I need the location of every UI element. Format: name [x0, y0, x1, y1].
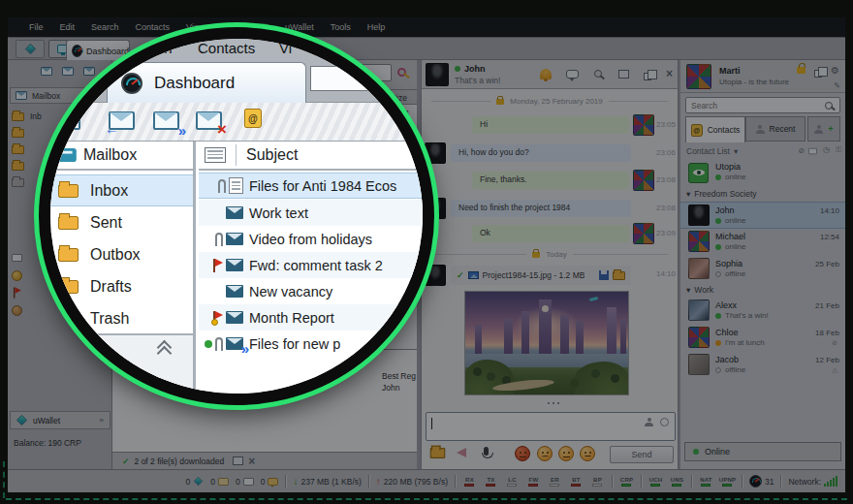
contact-row-sophia[interactable]: Sophia offline 25 Feb — [680, 256, 845, 283]
chat-message-outgoing: Hi — [472, 116, 629, 134]
attach-file-icon[interactable] — [430, 448, 446, 458]
contact-row-jacob[interactable]: Jacob offline 12 Feb △ — [680, 352, 845, 379]
contact-name: Sophia — [715, 259, 742, 268]
forward-mail-icon[interactable] — [83, 67, 95, 76]
menu-help[interactable]: Help — [367, 22, 386, 32]
conversation-icon[interactable] — [566, 70, 579, 79]
broadcast-icon[interactable] — [457, 448, 466, 457]
send-button[interactable]: Send — [610, 446, 674, 463]
counter-chat: 0 — [261, 477, 279, 487]
group-work[interactable]: ▾ Work — [686, 285, 713, 295]
emoji-happy[interactable] — [580, 446, 595, 461]
menu-edit[interactable]: Edit — [60, 22, 76, 32]
lock-icon[interactable] — [797, 67, 806, 74]
tab-contacts[interactable]: @ Contacts — [685, 116, 745, 142]
my-status-selector[interactable]: Online — [684, 442, 841, 461]
delete-mail-icon[interactable]: × — [194, 108, 227, 135]
tools-icon[interactable]: ⚙ — [831, 65, 839, 76]
voice-message-icon[interactable] — [484, 447, 489, 456]
search-chat-icon[interactable] — [594, 70, 602, 78]
group-freedom-society[interactable]: ▾ Freedom Society — [686, 189, 757, 199]
forward-icon[interactable]: » — [151, 108, 184, 135]
folder-inbox[interactable]: Inbox — [50, 174, 193, 206]
key-icon[interactable]: ⚿ — [836, 145, 841, 155]
folder-outbox[interactable]: Outbox — [50, 238, 193, 270]
mail-row-3[interactable]: Video from holidays — [199, 226, 423, 252]
mail-row-1[interactable]: Files for Anti 1984 Ecos — [199, 173, 423, 199]
folder-sent[interactable]: Sent — [50, 206, 193, 238]
message-input[interactable] — [426, 412, 676, 441]
emoji-angry[interactable] — [515, 446, 530, 461]
uwallet-panel-header[interactable]: uWallet » — [10, 411, 111, 429]
chat-contact-avatar[interactable] — [426, 63, 449, 86]
mention-icon[interactable] — [645, 418, 653, 426]
contact-row-john[interactable]: John online 14:10 — [680, 202, 845, 229]
menu-contacts[interactable]: Contacts — [136, 22, 171, 32]
attachment-icon — [215, 337, 223, 351]
tab-dashboard[interactable]: Dashboard — [66, 40, 130, 61]
collapse-double-chevron-icon[interactable] — [157, 341, 171, 355]
magnified-tab-dashboard[interactable]: Dashboard — [107, 62, 306, 103]
trash-folder-icon — [12, 178, 24, 187]
mail-row-6[interactable]: Month Report — [199, 304, 423, 331]
copy-id-icon[interactable] — [814, 70, 822, 78]
tab-recent[interactable]: Recent — [745, 116, 806, 142]
close-chat-icon[interactable]: × — [666, 69, 673, 79]
notifications-icon[interactable] — [540, 69, 552, 79]
contact-row-utopia[interactable]: Utopia online — [680, 161, 845, 186]
collapse-chevron-icon[interactable]: » — [100, 416, 104, 425]
mail-row-5[interactable]: New vacancy — [199, 278, 423, 304]
contact-search[interactable] — [685, 97, 840, 113]
magnified-subject-header[interactable]: Subject — [199, 142, 423, 171]
attachment-image-preview[interactable] — [464, 291, 629, 395]
menu-uwallet[interactable]: uWallet — [285, 22, 314, 32]
envelope-icon — [226, 259, 243, 271]
contact-search-input[interactable] — [686, 101, 825, 110]
hide-offline-icon[interactable]: ⊘ — [798, 146, 805, 155]
contact-row-michael[interactable]: Michael online 12:54 — [680, 229, 845, 256]
layers-icon[interactable] — [644, 73, 651, 80]
magnified-menu-contacts[interactable]: Contacts — [198, 40, 255, 56]
new-mail-icon[interactable] — [41, 67, 52, 76]
menu-search[interactable]: Search — [91, 22, 119, 32]
card-view-icon[interactable] — [808, 148, 817, 154]
mail-subject: Files for Anti 1984 Ecos — [249, 178, 396, 194]
document-icon — [229, 177, 243, 194]
clear-downloads-icon[interactable]: × — [248, 457, 255, 466]
user-avatar[interactable] — [686, 64, 711, 89]
uwallet-toolbar-button[interactable] — [16, 40, 45, 58]
address-book-icon[interactable]: @ — [240, 108, 273, 135]
network-label: Network: — [788, 477, 821, 487]
contact-list-dropdown[interactable]: Contact List ▾ — [686, 146, 738, 156]
presence-dot-online — [455, 66, 460, 72]
contact-row-chloe[interactable]: Chloe I'm at lunch 18 Feb ⊘ — [680, 325, 845, 352]
menu-bar: File Edit Search Contacts View uMail IM … — [8, 17, 845, 37]
mail-row-2[interactable]: Work text — [199, 200, 423, 226]
emoji-picker-icon[interactable] — [660, 418, 669, 426]
reply-mail-icon[interactable] — [62, 67, 74, 76]
network-status: Network: — [788, 476, 837, 487]
download-details-icon[interactable] — [233, 457, 243, 465]
contact-list-label: Contact List — [686, 146, 730, 156]
mail-subject: New vacancy — [249, 284, 332, 299]
emoji-neutral[interactable] — [558, 446, 574, 461]
input-splitter[interactable] — [548, 401, 573, 404]
menu-tools[interactable]: Tools — [331, 22, 351, 32]
menu-file[interactable]: File — [29, 22, 44, 32]
reply-icon[interactable]: ← — [107, 108, 140, 135]
clock-icon[interactable]: ◷ — [823, 145, 830, 154]
folder-label: Trash — [90, 310, 129, 328]
mail-row-4[interactable]: Fwd: comment task 2 — [199, 252, 423, 278]
contact-status: That's a win! — [715, 311, 769, 320]
folder-drafts[interactable]: Drafts — [50, 270, 193, 302]
edit-status-icon[interactable]: ✎ — [834, 81, 840, 90]
popout-window-icon[interactable] — [618, 70, 629, 79]
add-contact-button[interactable]: + — [807, 116, 840, 142]
magnified-menu-view-partial[interactable]: Vi — [279, 40, 292, 56]
file-message[interactable]: ✓ Project1984-15.jpg - 1.2 MB — [451, 266, 631, 285]
contact-row-alexx[interactable]: Alexx That's a win! 21 Feb — [680, 298, 845, 325]
save-file-icon[interactable] — [599, 270, 609, 280]
emoji-sad[interactable] — [537, 446, 553, 461]
open-folder-icon[interactable] — [613, 271, 625, 280]
search-key-icon[interactable] — [397, 68, 406, 77]
